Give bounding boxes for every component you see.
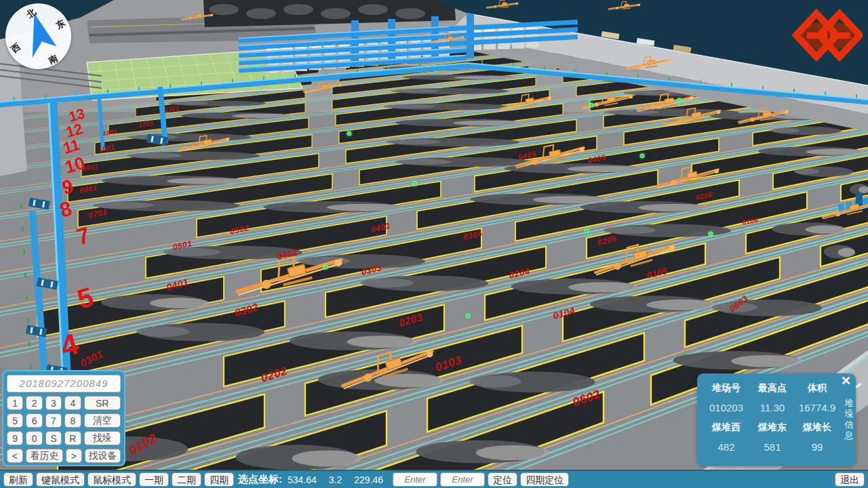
toolbar-button[interactable]: 二期 <box>172 472 201 487</box>
keypad-button[interactable]: SR <box>84 396 121 410</box>
keypad-display[interactable]: 20180927200849 <box>7 375 121 392</box>
company-logo <box>792 5 863 61</box>
toolbar-button[interactable]: 一期 <box>139 472 169 487</box>
keypad-button[interactable]: 清空 <box>84 413 121 428</box>
toolbar-button[interactable]: 四期定位 <box>520 472 569 487</box>
coal-yard-3d-app: 1301120111011001090108010701050105020402… <box>0 0 868 488</box>
info-value-cell: 99 <box>793 440 841 454</box>
pile-info-tab: 堆垛信息 <box>844 398 854 441</box>
keypad-button[interactable]: 3 <box>45 396 62 410</box>
info-value-cell: 11.30 <box>751 401 793 415</box>
keypad-panel: 20180927200849 1234SR5678清空90SR找垛<看历史>找设… <box>2 370 125 466</box>
coordinate-label: 选点坐标: <box>238 473 282 486</box>
info-header-cell: 体积 <box>793 381 841 395</box>
keypad-button[interactable]: < <box>7 449 23 463</box>
info-header-cell: 堆场号 <box>701 381 751 395</box>
keypad-button[interactable]: 9 <box>7 431 23 445</box>
keypad-button[interactable]: R <box>64 431 81 445</box>
info-value-cell: 581 <box>751 440 793 454</box>
toolbar-button[interactable]: 键鼠模式 <box>36 472 85 487</box>
locate-buttons: 定位四期定位 <box>488 472 569 487</box>
keypad-button[interactable]: 1 <box>7 396 23 410</box>
info-header-cell: 煤堆长 <box>793 420 841 434</box>
coordinate-y: 3.2 <box>329 474 342 485</box>
exit-button[interactable]: 退出 <box>835 472 865 487</box>
coordinate-z: 229.46 <box>354 474 383 485</box>
keypad-button[interactable]: 5 <box>7 413 23 428</box>
keypad-button[interactable]: 看历史 <box>26 449 63 463</box>
info-value-cell: 010203 <box>701 401 751 415</box>
keypad-button[interactable]: S <box>45 431 62 445</box>
bottom-toolbar: 刷新键鼠模式鼠标模式一期二期四期 选点坐标: 534.64 3.2 229.46… <box>0 470 868 488</box>
keypad-button[interactable]: 6 <box>26 413 42 428</box>
coordinate-input-1[interactable] <box>393 472 437 487</box>
info-header-cell: 煤堆东 <box>751 420 793 434</box>
toolbar-button[interactable]: 鼠标模式 <box>87 472 136 487</box>
keypad-button[interactable]: > <box>66 449 82 463</box>
keypad-buttons: 1234SR5678清空90SR找垛<看历史>找设备 <box>7 396 121 463</box>
toolbar-button[interactable]: 刷新 <box>3 472 33 487</box>
keypad-button[interactable]: 8 <box>64 413 81 428</box>
keypad-button[interactable]: 7 <box>45 413 62 428</box>
info-value-cell: 16774.9 <box>793 401 841 415</box>
info-header-cell: 煤堆西 <box>701 420 751 434</box>
coordinate-x: 534.64 <box>288 474 317 485</box>
keypad-button[interactable]: 4 <box>64 396 81 410</box>
logo-icon <box>792 5 863 61</box>
compass[interactable]: 北 东 西 南 <box>5 3 71 69</box>
toolbar-button[interactable]: 四期 <box>204 472 234 487</box>
keypad-button[interactable]: 2 <box>26 396 42 410</box>
toolbar-button[interactable]: 定位 <box>488 472 517 487</box>
info-header-cell: 最高点 <box>751 381 793 395</box>
mode-buttons: 刷新键鼠模式鼠标模式一期二期四期 <box>3 472 234 487</box>
keypad-button[interactable]: 0 <box>26 431 42 445</box>
close-icon[interactable]: ✕ <box>841 373 851 388</box>
info-value-cell: 482 <box>701 440 751 454</box>
keypad-button[interactable]: 找设备 <box>85 449 121 463</box>
pile-info-grid: 堆场号最高点体积01020311.3016774.9煤堆西煤堆东煤堆长48258… <box>701 381 841 454</box>
coordinate-input-2[interactable] <box>440 472 485 487</box>
keypad-button[interactable]: 找垛 <box>84 431 121 445</box>
pile-info-panel: ✕ 堆场号最高点体积01020311.3016774.9煤堆西煤堆东煤堆长482… <box>697 373 856 466</box>
